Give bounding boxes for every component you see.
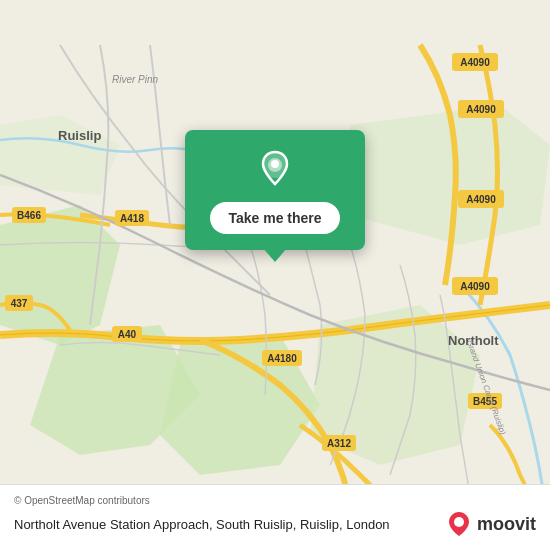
location-city: Ruislip, London	[300, 517, 390, 532]
take-me-there-button[interactable]: Take me there	[210, 202, 339, 234]
svg-point-35	[454, 517, 464, 527]
map-svg: A4090 A4090 A4090 A4090 A418 B466 437 A4…	[0, 0, 550, 550]
svg-text:A4090: A4090	[460, 281, 490, 292]
location-pin-icon	[255, 148, 295, 192]
svg-text:A4090: A4090	[466, 194, 496, 205]
svg-point-34	[271, 160, 279, 168]
location-name: Northolt Avenue Station Approach, South …	[14, 517, 293, 532]
popup-card: Take me there	[185, 130, 365, 250]
svg-text:A4180: A4180	[267, 353, 297, 364]
copyright-text: © OpenStreetMap contributors	[14, 495, 536, 506]
svg-text:A40: A40	[118, 329, 137, 340]
svg-text:Ruislip: Ruislip	[58, 128, 101, 143]
svg-text:A312: A312	[327, 438, 351, 449]
svg-text:B466: B466	[17, 210, 41, 221]
svg-text:River Pinn: River Pinn	[112, 74, 159, 85]
bottom-bar: © OpenStreetMap contributors Northolt Av…	[0, 484, 550, 550]
svg-text:437: 437	[11, 298, 28, 309]
svg-text:A4090: A4090	[466, 104, 496, 115]
moovit-pin-icon	[445, 510, 473, 538]
moovit-brand-name: moovit	[477, 514, 536, 535]
svg-text:A418: A418	[120, 213, 144, 224]
map-container: A4090 A4090 A4090 A4090 A418 B466 437 A4…	[0, 0, 550, 550]
moovit-logo: moovit	[445, 510, 536, 538]
location-text: Northolt Avenue Station Approach, South …	[14, 517, 435, 532]
location-info: Northolt Avenue Station Approach, South …	[14, 510, 536, 538]
svg-text:A4090: A4090	[460, 57, 490, 68]
